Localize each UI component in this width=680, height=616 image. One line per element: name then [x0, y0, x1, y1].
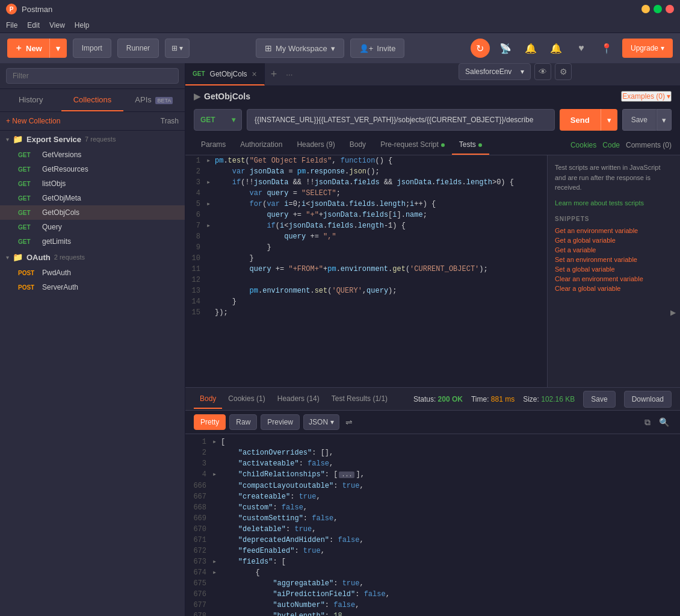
more-tabs-button[interactable]: ···	[283, 70, 295, 79]
request-item-getversions[interactable]: GET GetVersions	[0, 148, 185, 162]
snippet-get-var[interactable]: Get a variable	[555, 245, 673, 255]
collection-header-export[interactable]: ▾ 📁 Export Service 7 requests	[0, 131, 185, 148]
nav-tests[interactable]: Tests	[452, 135, 489, 155]
wrap-response-button[interactable]: ⇌	[343, 415, 355, 429]
menubar: File Edit View Help	[0, 18, 680, 33]
nav-pre-request[interactable]: Pre-request Script	[373, 135, 452, 155]
heart-button[interactable]: ♥	[572, 39, 591, 58]
tab-close-icon[interactable]: ×	[252, 69, 257, 79]
request-item-listobjs[interactable]: GET listObjs	[0, 176, 185, 191]
new-button-main[interactable]: ＋ New	[7, 39, 50, 58]
trash-button[interactable]: Trash	[161, 117, 179, 125]
snippet-get-global[interactable]: Get a global variable	[555, 235, 673, 245]
new-dropdown-arrow[interactable]: ▾	[50, 39, 67, 58]
copy-response-button[interactable]: ⧉	[642, 415, 653, 430]
runner-button[interactable]: Runner	[117, 39, 159, 58]
minimize-button[interactable]	[641, 5, 650, 13]
new-button[interactable]: ＋ New ▾	[7, 39, 67, 58]
chevron-down-icon: ▾	[667, 92, 670, 101]
snippet-clear-env[interactable]: Clear an environment variable	[555, 274, 673, 284]
method-get-badge: GET	[18, 181, 37, 187]
resp-tab-headers[interactable]: Headers (14)	[271, 390, 326, 409]
collection-export-service: ▾ 📁 Export Service 7 requests GET GetVer…	[0, 131, 185, 249]
request-item-pwdauth[interactable]: POST PwdAuth	[0, 266, 185, 280]
request-tabs: GET GetObjCols × + ···	[185, 63, 680, 86]
request-item-query[interactable]: GET Query	[0, 220, 185, 234]
import-button[interactable]: Import	[73, 39, 111, 58]
send-dropdown-button[interactable]: ▾	[601, 109, 617, 131]
radar-button[interactable]: 📡	[496, 39, 515, 58]
format-type-select[interactable]: JSON ▾	[303, 414, 339, 430]
request-tab-getobjcols[interactable]: GET GetObjCols ×	[185, 63, 265, 86]
nav-authorization[interactable]: Authorization	[233, 135, 289, 155]
env-eye-button[interactable]: 👁	[534, 63, 551, 80]
notification-button[interactable]: 🔔	[546, 39, 566, 58]
response-save-button[interactable]: Save	[583, 391, 615, 408]
resp-line: 674 ▸ {	[185, 567, 680, 578]
save-dropdown-button[interactable]: ▾	[657, 109, 672, 131]
resp-tab-test-results[interactable]: Test Results (1/1)	[326, 390, 394, 409]
comments-link[interactable]: Comments (0)	[626, 141, 672, 149]
size-label: Size: 102.16 KB	[523, 395, 575, 403]
maximize-button[interactable]	[654, 5, 662, 13]
tab-collections[interactable]: Collections	[61, 89, 123, 111]
url-input[interactable]	[247, 109, 555, 131]
request-item-getobjcols[interactable]: GET GetObjCols	[0, 205, 185, 220]
save-button[interactable]: Save	[622, 109, 657, 131]
sync-button[interactable]: ↻	[471, 39, 490, 58]
filter-input[interactable]	[6, 68, 179, 84]
tab-history[interactable]: History	[0, 89, 61, 111]
format-raw-button[interactable]: Raw	[229, 414, 257, 430]
env-selector: SalesforceEnv ▾ 👁 ⚙	[459, 63, 572, 80]
format-pretty-button[interactable]: Pretty	[194, 414, 226, 430]
snippet-clear-global[interactable]: Clear a global variable	[555, 284, 673, 293]
sidebar-search-area	[0, 63, 185, 89]
snippet-set-env[interactable]: Set an environment variable	[555, 255, 673, 264]
bell-button[interactable]: 🔔	[521, 39, 540, 58]
method-select[interactable]: GET ▾	[194, 109, 242, 131]
tab-apis[interactable]: APIs BETA	[123, 89, 185, 111]
env-settings-button[interactable]: ⚙	[555, 63, 572, 80]
nav-params[interactable]: Params	[194, 135, 233, 155]
code-link[interactable]: Code	[602, 141, 620, 149]
side-toggle-icon[interactable]: ▶	[670, 308, 679, 317]
menu-view[interactable]: View	[49, 21, 65, 30]
request-item-getobjmeta[interactable]: GET GetObjMeta	[0, 191, 185, 205]
resp-line: 4 ▸ "childRelationships": [...],	[185, 469, 680, 481]
new-collection-button[interactable]: + New Collection	[6, 117, 60, 125]
location-button[interactable]: 📍	[597, 39, 616, 58]
upgrade-button[interactable]: Upgrade ▾	[622, 39, 673, 58]
request-item-getlimits[interactable]: GET getLimits	[0, 234, 185, 249]
cookies-link[interactable]: Cookies	[570, 141, 596, 149]
extra-icons-button[interactable]: ⊞ ▾	[165, 39, 190, 58]
menu-file[interactable]: File	[6, 21, 17, 30]
format-preview-button[interactable]: Preview	[261, 414, 300, 430]
snippet-set-global[interactable]: Set a global variable	[555, 264, 673, 274]
request-item-serverauth[interactable]: POST ServerAuth	[0, 280, 185, 294]
nav-body[interactable]: Body	[342, 135, 373, 155]
env-select-button[interactable]: SalesforceEnv ▾	[459, 63, 531, 80]
resp-tab-body[interactable]: Body	[194, 390, 222, 409]
menu-help[interactable]: Help	[75, 21, 90, 30]
examples-button[interactable]: Examples (0) ▾	[621, 91, 672, 102]
titlebar-left: P Postman	[6, 4, 52, 14]
close-button[interactable]	[666, 5, 674, 13]
resp-tab-cookies[interactable]: Cookies (1)	[222, 390, 271, 409]
add-tab-button[interactable]: +	[265, 68, 283, 81]
learn-more-link[interactable]: Learn more about tests scripts	[555, 199, 644, 207]
collapsed-badge[interactable]: ...	[339, 471, 354, 478]
request-item-getresources[interactable]: GET GetResources	[0, 162, 185, 176]
workspace-button[interactable]: ⊞ My Workspace ▾	[256, 39, 344, 58]
search-response-button[interactable]: 🔍	[657, 415, 672, 429]
menu-edit[interactable]: Edit	[27, 21, 40, 30]
collection-count-export: 7 requests	[85, 135, 116, 143]
titlebar-controls[interactable]	[641, 5, 674, 13]
code-editor[interactable]: 1 ▸ pm.test("Get Object Fields", functio…	[185, 155, 547, 387]
send-button[interactable]: Send	[560, 109, 601, 131]
invite-button[interactable]: 👤+ Invite	[350, 39, 405, 58]
collection-header-oauth[interactable]: ▾ 📁 OAuth 2 requests	[0, 249, 185, 266]
sidebar-tabs: History Collections APIs BETA	[0, 89, 185, 112]
download-button[interactable]: Download	[624, 391, 672, 408]
snippet-get-env[interactable]: Get an environment variable	[555, 226, 673, 235]
nav-headers[interactable]: Headers (9)	[289, 135, 342, 155]
